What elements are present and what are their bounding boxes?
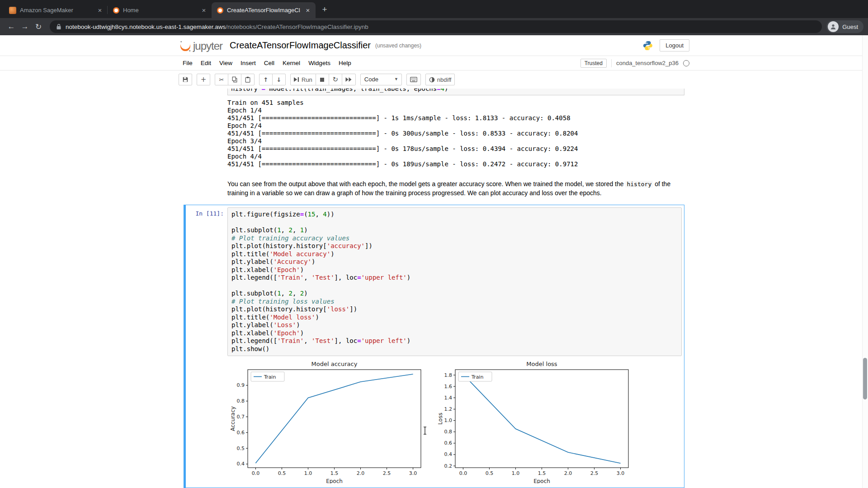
run-icon (294, 77, 299, 82)
svg-text:1.0: 1.0 (512, 470, 520, 476)
sagemaker-favicon (9, 7, 16, 14)
menu-view[interactable]: View (215, 56, 236, 70)
run-label: Run (302, 76, 312, 83)
trusted-badge: Trusted (580, 59, 607, 68)
chevron-down-icon: ▼ (394, 77, 398, 81)
run-button[interactable]: Run (290, 74, 316, 85)
svg-text:0.0: 0.0 (252, 470, 260, 476)
cell-type-select[interactable]: Code ▼ (360, 74, 402, 85)
insert-cell-button[interactable]: + (197, 74, 210, 85)
stop-icon (320, 77, 325, 82)
restart-icon: ↻ (333, 75, 339, 84)
reload-button[interactable]: ↻ (32, 20, 45, 33)
save-icon (182, 76, 189, 83)
copy-icon (231, 76, 238, 83)
svg-text:2.0: 2.0 (357, 470, 365, 476)
menu-kernel[interactable]: Kernel (278, 56, 304, 70)
paste-cells-button[interactable] (241, 74, 255, 85)
back-button[interactable]: ← (5, 20, 18, 33)
save-button[interactable] (179, 74, 192, 85)
menu-cell[interactable]: Cell (260, 56, 278, 70)
profile-button[interactable]: Guest (826, 20, 863, 33)
code-cell-selected[interactable]: In [11]: plt.figure(figsize=(15, 4)) plt… (184, 205, 684, 488)
menu-insert[interactable]: Insert (236, 56, 260, 70)
svg-text:0.2: 0.2 (444, 463, 453, 469)
training-output: Train on 451 samples Epoch 1/4 451/451 [… (227, 99, 684, 168)
page-scrollbar[interactable] (862, 35, 868, 488)
svg-text:0.4: 0.4 (237, 461, 245, 467)
svg-text:Train: Train (471, 374, 483, 380)
fast-forward-icon (345, 77, 352, 82)
restart-kernel-button[interactable]: ↻ (329, 74, 342, 85)
output-prompt (188, 356, 227, 485)
svg-text:1.6: 1.6 (444, 384, 453, 389)
tab-notebook[interactable]: CreateATensorFlowImageClass... × (212, 2, 316, 18)
svg-text:1.0: 1.0 (304, 470, 312, 476)
svg-text:0.5: 0.5 (278, 470, 286, 476)
notebook-toolbar: + ✂ ↑ ↓ (0, 70, 868, 89)
svg-text:2.5: 2.5 (383, 470, 391, 476)
notebook-menubar: File Edit View Insert Cell Kernel Widget… (0, 56, 868, 70)
arrow-down-icon: ↓ (277, 76, 282, 83)
markdown-cell[interactable]: You can see from the output above that w… (227, 180, 675, 197)
tab-home[interactable]: Home × (108, 2, 212, 18)
autosave-status: (unsaved changes) (375, 42, 421, 49)
notebook-title[interactable]: CreateATensorFlowImageClassifier (230, 40, 371, 51)
previous-cell-clipped-input[interactable]: history = model.fit(train_images, train_… (227, 89, 684, 95)
code-editor[interactable]: plt.figure(figsize=(15, 4)) plt.subplot(… (227, 207, 682, 356)
menu-file[interactable]: File (179, 56, 197, 70)
tab-title: Amazon SageMaker (20, 7, 92, 14)
divider (611, 59, 612, 67)
browser-tab-strip: Amazon SageMaker × Home × CreateATensorF… (0, 0, 868, 18)
jupyter-logo[interactable]: jupyter (179, 39, 222, 52)
previous-cell-code: history = model.fit(train_images, train_… (228, 89, 684, 93)
menu-edit[interactable]: Edit (197, 56, 215, 70)
avatar (828, 21, 839, 32)
model-loss-chart: 0.00.51.01.52.02.53.00.20.40.60.81.01.21… (437, 361, 632, 483)
menu-help[interactable]: Help (335, 56, 355, 70)
tab-close-icon[interactable]: × (304, 6, 312, 14)
menu-widgets[interactable]: Widgets (304, 56, 335, 70)
svg-text:1.2: 1.2 (444, 406, 453, 412)
tab-close-icon[interactable]: × (96, 6, 104, 14)
svg-text:1.5: 1.5 (538, 470, 546, 476)
cut-cells-button[interactable]: ✂ (215, 74, 228, 85)
svg-text:Model accuracy: Model accuracy (311, 361, 358, 367)
command-palette-button[interactable] (406, 74, 421, 85)
svg-text:2.0: 2.0 (564, 470, 572, 476)
cell-output: 0.00.51.01.52.02.53.00.40.50.60.70.80.9M… (227, 356, 682, 485)
svg-text:1.8: 1.8 (444, 372, 453, 378)
svg-text:Model loss: Model loss (526, 361, 557, 367)
tab-close-icon[interactable]: × (200, 6, 208, 14)
svg-text:0.9: 0.9 (237, 382, 245, 388)
cut-icon: ✂ (219, 76, 224, 83)
jupyter-logo-text: jupyter (193, 40, 222, 52)
move-cell-down-button[interactable]: ↓ (272, 74, 286, 85)
svg-text:0.4: 0.4 (444, 451, 453, 457)
svg-text:Epoch: Epoch (533, 478, 550, 483)
move-cell-up-button[interactable]: ↑ (259, 74, 273, 85)
scrollbar-thumb[interactable] (863, 358, 867, 399)
new-tab-button[interactable]: + (318, 4, 331, 16)
restart-run-all-button[interactable] (342, 74, 356, 85)
paste-icon (245, 76, 251, 83)
svg-text:Epoch: Epoch (326, 478, 343, 483)
svg-text:Loss: Loss (437, 413, 443, 424)
jupyter-header: jupyter CreateATensorFlowImageClassifier… (0, 35, 868, 56)
svg-text:1.5: 1.5 (330, 470, 339, 476)
address-bar[interactable]: notebook-udtwigjh8cys.notebook.us-east-1… (50, 20, 822, 33)
interrupt-kernel-button[interactable] (316, 74, 329, 85)
svg-text:0.8: 0.8 (237, 398, 245, 404)
svg-text:0.8: 0.8 (444, 429, 453, 435)
svg-text:Accuracy: Accuracy (230, 406, 236, 431)
tab-amazon-sagemaker[interactable]: Amazon SageMaker × (4, 2, 108, 18)
svg-text:1.0: 1.0 (444, 418, 453, 423)
nbdiff-button[interactable]: nbdiff (425, 74, 455, 85)
forward-button[interactable]: → (18, 20, 32, 33)
copy-cells-button[interactable] (228, 74, 241, 85)
logout-button[interactable]: Logout (660, 39, 689, 52)
browser-toolbar: ← → ↻ notebook-udtwigjh8cys.notebook.us-… (0, 18, 868, 35)
jupyter-favicon (113, 7, 119, 14)
tab-title: Home (123, 7, 196, 14)
svg-text:2.5: 2.5 (590, 470, 599, 476)
